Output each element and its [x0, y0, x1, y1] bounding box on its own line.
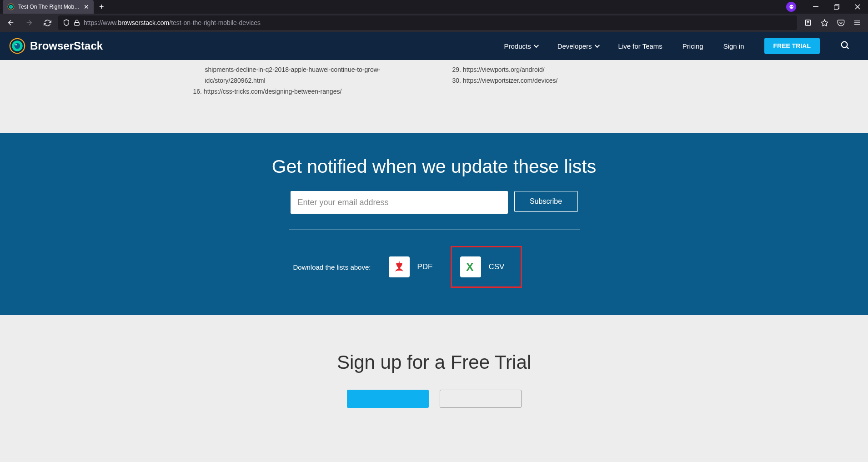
download-csv-button[interactable]: X CSV	[451, 246, 522, 288]
reference-item: shipments-decline-in-q2-2018-apple-huawe…	[193, 65, 416, 86]
download-row: Download the lists above: PDF X CSV	[289, 229, 580, 288]
logo[interactable]: BrowserStack	[9, 38, 103, 54]
pdf-icon	[389, 256, 410, 277]
chevron-down-icon	[594, 43, 599, 48]
site-header: BrowserStack Products Developers Live fo…	[0, 32, 868, 60]
reference-item: 16. https://css-tricks.com/designing-bet…	[193, 86, 416, 97]
signup-primary-button[interactable]	[347, 390, 429, 408]
svg-line-20	[847, 47, 849, 49]
chevron-down-icon	[533, 43, 538, 48]
download-pdf-button[interactable]: PDF	[389, 256, 432, 277]
download-label: Download the lists above:	[293, 263, 371, 271]
signup-title: Sign up for a Free Trial	[0, 352, 868, 373]
signup-section: Sign up for a Free Trial	[0, 315, 868, 408]
shield-icon	[63, 19, 70, 26]
svg-point-2	[10, 6, 12, 8]
extension-icon[interactable]	[786, 2, 796, 12]
tab-close-icon[interactable]: ✕	[84, 3, 89, 10]
url-bar[interactable]: https://www.browserstack.com/test-on-the…	[58, 15, 797, 30]
download-csv-label: CSV	[488, 262, 504, 271]
reference-item: 29. https://viewports.org/android/	[452, 65, 675, 75]
free-trial-button[interactable]: FREE TRIAL	[764, 38, 820, 54]
new-tab-button[interactable]: +	[99, 2, 104, 12]
logo-text: BrowserStack	[30, 40, 103, 52]
notify-section: Get notified when we update these lists …	[0, 133, 868, 315]
notify-title: Get notified when we update these lists	[0, 156, 868, 177]
logo-icon	[9, 38, 25, 54]
close-window-button[interactable]	[847, 0, 868, 14]
svg-rect-5	[834, 5, 838, 10]
window-controls	[786, 0, 868, 14]
download-pdf-label: PDF	[417, 262, 432, 271]
menu-icon[interactable]	[850, 15, 864, 30]
browser-tab[interactable]: Test On The Right Mobile Devic ✕	[3, 0, 94, 14]
search-icon[interactable]	[840, 40, 850, 52]
nav-live-teams[interactable]: Live for Teams	[618, 42, 662, 50]
svg-text:X: X	[466, 261, 474, 273]
svg-point-18	[15, 44, 17, 46]
references-left-column: shipments-decline-in-q2-2018-apple-huawe…	[193, 65, 416, 97]
forward-button[interactable]	[22, 15, 36, 30]
nav-products[interactable]: Products	[504, 42, 537, 50]
page-content: BrowserStack Products Developers Live fo…	[0, 32, 868, 462]
url-text: https://www.browserstack.com/test-on-the…	[84, 19, 793, 26]
subscribe-button[interactable]: Subscribe	[514, 191, 578, 212]
reference-item: 30. https://viewportsizer.com/devices/	[452, 75, 675, 86]
reload-button[interactable]	[40, 15, 55, 30]
reader-mode-icon[interactable]	[801, 15, 815, 30]
maximize-button[interactable]	[826, 0, 847, 14]
signup-secondary-button[interactable]	[440, 390, 522, 408]
pocket-icon[interactable]	[833, 15, 848, 30]
minimize-button[interactable]	[805, 0, 826, 14]
svg-marker-11	[821, 20, 828, 25]
nav-signin[interactable]: Sign in	[723, 42, 744, 50]
browser-titlebar: Test On The Right Mobile Devic ✕ +	[0, 0, 868, 14]
tabs-area: Test On The Right Mobile Devic ✕ +	[0, 0, 104, 14]
csv-icon: X	[460, 256, 481, 277]
svg-rect-3	[813, 6, 818, 7]
nav-developers[interactable]: Developers	[557, 42, 598, 50]
main-nav: Products Developers Live for Teams Prici…	[504, 38, 850, 54]
svg-point-19	[842, 42, 848, 48]
back-button[interactable]	[4, 15, 18, 30]
tab-title: Test On The Right Mobile Devic	[18, 4, 80, 10]
svg-point-17	[15, 43, 20, 49]
references-section: shipments-decline-in-q2-2018-apple-huawe…	[0, 60, 868, 133]
signup-buttons	[0, 390, 868, 408]
notify-form: Subscribe	[0, 191, 868, 214]
svg-rect-6	[75, 22, 80, 25]
nav-pricing[interactable]: Pricing	[682, 42, 703, 50]
browser-toolbar: https://www.browserstack.com/test-on-the…	[0, 14, 868, 32]
lock-icon	[74, 20, 80, 26]
tab-favicon-icon	[7, 3, 15, 10]
email-input[interactable]	[291, 191, 508, 214]
bookmark-icon[interactable]	[817, 15, 832, 30]
references-right-column: 29. https://viewports.org/android/ 30. h…	[452, 65, 675, 97]
